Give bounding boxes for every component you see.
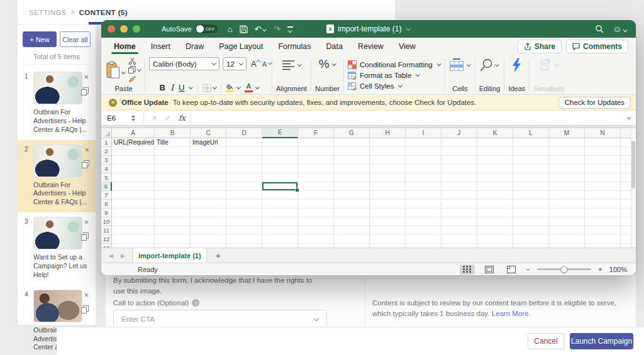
ribbon-collapse-icon[interactable]: [287, 26, 293, 31]
cell-G5[interactable]: [334, 173, 370, 182]
cell-K13[interactable]: [477, 244, 513, 248]
cell-A13[interactable]: [112, 244, 155, 248]
cell-K1[interactable]: [477, 138, 513, 147]
cell-N5[interactable]: [585, 173, 621, 182]
duplicate-item-icon[interactable]: [81, 232, 89, 241]
cell-K5[interactable]: [477, 173, 513, 182]
row-header-9[interactable]: 9: [101, 209, 112, 217]
page-layout-view-icon[interactable]: [482, 265, 497, 275]
cell-G6[interactable]: [334, 182, 370, 191]
underline-options-chevron[interactable]: [189, 85, 193, 89]
breadcrumb-content[interactable]: CONTENT (5): [79, 9, 128, 16]
cell-D8[interactable]: [226, 200, 262, 209]
cell-A2[interactable]: [112, 147, 155, 156]
cell-M11[interactable]: [549, 226, 585, 235]
cell-A1[interactable]: URL(Required): [112, 138, 155, 147]
cell-N6[interactable]: [585, 182, 621, 191]
cell-H8[interactable]: [370, 200, 406, 209]
cell-E3[interactable]: [262, 156, 298, 165]
cell-L11[interactable]: [513, 226, 549, 235]
name-box-stepper[interactable]: [131, 115, 135, 121]
column-header-J[interactable]: J: [441, 128, 477, 138]
cell-B7[interactable]: [155, 191, 191, 200]
confirm-entry-icon[interactable]: ✓: [161, 114, 175, 123]
row-header-8[interactable]: 8: [101, 200, 112, 209]
cell-E8[interactable]: [262, 200, 298, 209]
close-window-button[interactable]: [108, 25, 115, 33]
sheet-tab[interactable]: import-template (1): [133, 248, 207, 263]
cell-G11[interactable]: [334, 226, 370, 235]
cell-I1[interactable]: [406, 138, 441, 147]
remove-item-icon[interactable]: ×: [84, 218, 89, 226]
cell-C10[interactable]: [191, 217, 226, 226]
cell-F13[interactable]: [298, 244, 334, 248]
cell-E9[interactable]: [262, 209, 298, 217]
formula-input[interactable]: [196, 111, 626, 125]
name-box[interactable]: E6: [101, 114, 131, 122]
cell-G10[interactable]: [334, 217, 370, 226]
normal-view-icon[interactable]: [460, 265, 475, 275]
cell-F11[interactable]: [298, 226, 334, 235]
cell-M12[interactable]: [549, 235, 585, 244]
cell-A7[interactable]: [112, 191, 155, 200]
cell-B11[interactable]: [155, 226, 191, 235]
cell-A10[interactable]: [112, 217, 155, 226]
search-icon[interactable]: [595, 25, 604, 33]
column-header-H[interactable]: H: [370, 128, 406, 138]
new-item-button[interactable]: + New: [23, 31, 57, 47]
paste-button[interactable]: [106, 57, 126, 82]
document-title-area[interactable]: X import-template (1): [326, 25, 411, 33]
row-header-6[interactable]: 6: [101, 182, 112, 191]
cell-D5[interactable]: [226, 173, 262, 182]
cell-E13[interactable]: [262, 244, 298, 248]
remove-item-icon[interactable]: ×: [84, 146, 89, 154]
cell-M4[interactable]: [549, 165, 585, 173]
cell-N9[interactable]: [585, 209, 621, 217]
format-as-table-button[interactable]: Format as Table: [348, 71, 420, 80]
cell-D10[interactable]: [226, 217, 262, 226]
cell-K11[interactable]: [477, 226, 513, 235]
cell-E6[interactable]: [262, 182, 298, 191]
cell-A6[interactable]: [112, 182, 155, 191]
cell-F5[interactable]: [298, 173, 334, 182]
cell-E1[interactable]: [262, 138, 298, 147]
cells-group[interactable]: Cells: [449, 57, 471, 93]
zoom-slider[interactable]: [537, 268, 591, 270]
grid-vertical-scrollbar[interactable]: [631, 129, 636, 248]
cell-A4[interactable]: [112, 165, 155, 173]
cell-C2[interactable]: [191, 147, 226, 156]
cell-D13[interactable]: [226, 244, 262, 248]
cell-F12[interactable]: [298, 235, 334, 244]
cell-I13[interactable]: [406, 244, 441, 248]
remove-item-icon[interactable]: ×: [84, 73, 89, 81]
cell-styles-button[interactable]: Cell Styles: [348, 82, 402, 90]
cell-N7[interactable]: [585, 191, 621, 200]
fill-color-icon[interactable]: [226, 84, 234, 92]
insert-function-icon[interactable]: fx: [175, 114, 189, 123]
duplicate-item-icon[interactable]: [82, 160, 89, 168]
cell-D2[interactable]: [226, 147, 262, 156]
cancel-entry-icon[interactable]: ×: [148, 113, 161, 123]
cell-M10[interactable]: [549, 217, 585, 226]
cell-L4[interactable]: [513, 165, 549, 173]
cell-F10[interactable]: [298, 217, 334, 226]
row-header-5[interactable]: 5: [101, 173, 112, 182]
cell-K2[interactable]: [477, 147, 513, 156]
cell-N1[interactable]: [585, 138, 621, 147]
cell-M5[interactable]: [549, 173, 585, 182]
cell-M6[interactable]: [549, 182, 585, 191]
font-size-dropdown[interactable]: 12: [223, 57, 247, 70]
cell-I6[interactable]: [406, 182, 441, 191]
alignment-group[interactable]: Alignment: [276, 57, 307, 93]
cell-K10[interactable]: [477, 217, 513, 226]
number-group[interactable]: % Number: [315, 57, 340, 93]
cell-G3[interactable]: [334, 156, 370, 165]
cell-C4[interactable]: [191, 165, 226, 173]
cell-K7[interactable]: [477, 191, 513, 200]
cell-L2[interactable]: [513, 147, 549, 156]
cell-N10[interactable]: [585, 217, 621, 226]
cell-L13[interactable]: [513, 244, 549, 248]
cell-E2[interactable]: [262, 147, 298, 156]
cell-J1[interactable]: [441, 138, 477, 147]
cell-I9[interactable]: [406, 209, 441, 217]
